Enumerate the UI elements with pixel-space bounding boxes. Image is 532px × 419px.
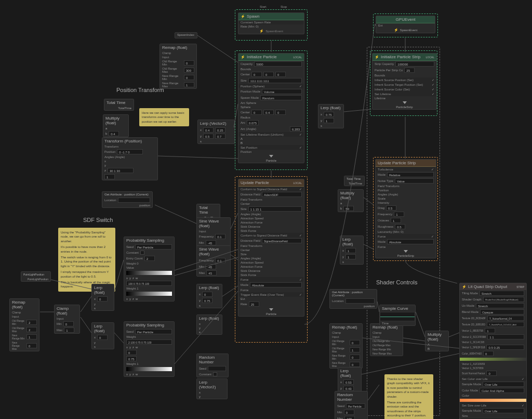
check-icon — [431, 234, 434, 238]
lerp-float-node-3[interactable]: Lerp (float) x0 y s — [91, 284, 114, 311]
flow-arrow-icon — [269, 308, 273, 311]
transform-position-node[interactable]: Transform (Position) Transform Position0… — [102, 137, 158, 180]
flow-arrow-icon — [403, 101, 407, 104]
gradient-preview — [126, 271, 172, 275]
check-icon — [522, 377, 524, 381]
remap-node-1[interactable]: Remap (float) Clamp Input Old Range Min0… — [159, 44, 197, 89]
pointlightposition-node[interactable]: PointLightPosition PointLightPosition — [21, 271, 51, 282]
lerp-vector2-node[interactable]: Lerp (Vector2) x0.40.25 y0.50.7 s — [197, 120, 235, 144]
check-icon — [432, 78, 434, 82]
sample-curve-node[interactable]: Sample Curve Time — [379, 305, 416, 326]
check-icon — [432, 92, 434, 96]
lerp-float-node-4[interactable]: Lerp (float) x0 y s — [91, 322, 114, 349]
multiply-node-2[interactable]: Multiply (float) a b50 — [338, 189, 364, 212]
check-icon — [299, 146, 302, 149]
flow-arrow-icon — [269, 155, 273, 158]
section-shader-controls: Shader Controls — [376, 279, 418, 285]
bolt-icon — [259, 29, 264, 33]
lerp-float-node-2[interactable]: Lerp (float) x1 y1 s — [340, 235, 364, 265]
check-icon — [299, 133, 302, 136]
bolt-icon — [241, 14, 245, 19]
start-label: Start — [260, 5, 267, 8]
section-sdf-switch: SDF Switch — [83, 217, 113, 223]
spawnindex-node[interactable]: SpawnIndex — [175, 32, 197, 38]
totaltime-node-3[interactable]: Total Time TotalTime — [344, 176, 365, 186]
check-icon — [432, 87, 434, 91]
curve-preview — [380, 312, 415, 321]
get-attribute-position-node-2[interactable]: Get Attribute : position (Current) Locat… — [329, 289, 377, 309]
section-position-transform: Position Transform — [116, 87, 164, 93]
lerp-float-node-6[interactable]: Lerp (float) x y s — [196, 315, 222, 335]
bolt-icon — [241, 55, 245, 59]
initialize-particle-node[interactable]: Initialize ParticleLOCAL Capacity5000 Bo… — [238, 53, 304, 163]
check-icon — [299, 187, 302, 191]
flow-arrow-icon — [404, 250, 408, 253]
bolt-icon — [375, 55, 379, 59]
probability-sampling-node-1[interactable]: Probability Sampling SeedPer Particle Co… — [124, 237, 175, 302]
check-icon — [431, 167, 434, 171]
check-icon — [299, 233, 302, 237]
remap-node-3[interactable]: Remap (float) Clamp Input Old Range Min0… — [329, 323, 363, 369]
check-icon — [522, 403, 524, 407]
check-icon — [299, 293, 302, 296]
remap-node-2[interactable]: Remap (float) Clamp Input Old Range Min2… — [9, 298, 39, 351]
color-gradient — [460, 399, 526, 402]
update-particle-node[interactable]: Update ParticleLOCAL Conform to Signed D… — [238, 179, 304, 317]
totaltime-node-1[interactable]: Total Time TotalTime — [104, 99, 134, 111]
stop-label: Stop — [281, 5, 287, 8]
random-number-node-2[interactable]: Random Number SeedPer Particle Strip Min… — [335, 391, 368, 419]
multiply-node-3[interactable]: Multiply (float) A B — [425, 331, 449, 351]
clamp-node[interactable]: Clamp (float) Input Min0 Max1 — [54, 305, 80, 334]
spawn-node[interactable]: Spawn Constant Spawn Rate Rate (Min: 0) … — [238, 12, 304, 34]
initialize-particle-strip-node[interactable]: Initialize Particle StripLOCAL Strip Cap… — [372, 53, 437, 110]
get-attribute-position-node-1[interactable]: Get Attribute : position (Current) Locat… — [102, 191, 153, 208]
bolt-icon — [394, 28, 398, 32]
bolt-icon — [462, 284, 467, 289]
sticky-shader-controls: Thanks to the new shader graph compatibi… — [384, 374, 433, 419]
check-icon — [299, 84, 302, 88]
remap-node-4[interactable]: Remap (float) Clamp Input Old Range Min … — [370, 323, 403, 356]
multiply-node-1[interactable]: Multiply (float) a b0.4 — [103, 114, 129, 137]
gradient-preview — [126, 367, 172, 371]
lit-quad-strip-output-node[interactable]: Lit Quad Strip OutputSTRIP Tiling ModeSt… — [459, 283, 527, 419]
gpuevent-node[interactable]: GPUEvent Evt SpawnEvent — [376, 16, 435, 33]
random-number-node-1[interactable]: Random Number Seed Constant — [196, 353, 229, 377]
color-preview — [460, 358, 526, 361]
sinewave-node-2[interactable]: Sine Wave (float) Frequency0.1 Min-45 Ma… — [196, 245, 231, 277]
lerp-vector2-node-2[interactable]: Lerp (Vector2) x y — [196, 378, 228, 399]
lerp-float-node-5[interactable]: Lerp (float) x0 y0.75 s — [196, 284, 222, 308]
gradient-preview — [126, 292, 172, 296]
lerp-float-node-1[interactable]: Lerp (float) x0.75 y1 s — [318, 104, 344, 128]
check-icon — [299, 278, 302, 281]
sticky-sdf-switch: Using the "Probability Sampling" node, w… — [58, 228, 115, 292]
update-particle-strip-node[interactable]: Update Particle Strip Turbulence ModeRel… — [375, 159, 436, 258]
check-icon — [432, 83, 434, 86]
sticky-position-transform: Here we can apply some basic transforms … — [139, 108, 189, 126]
probability-sampling-node-2[interactable]: Probability Sampling SeedPer Particle We… — [124, 321, 175, 377]
